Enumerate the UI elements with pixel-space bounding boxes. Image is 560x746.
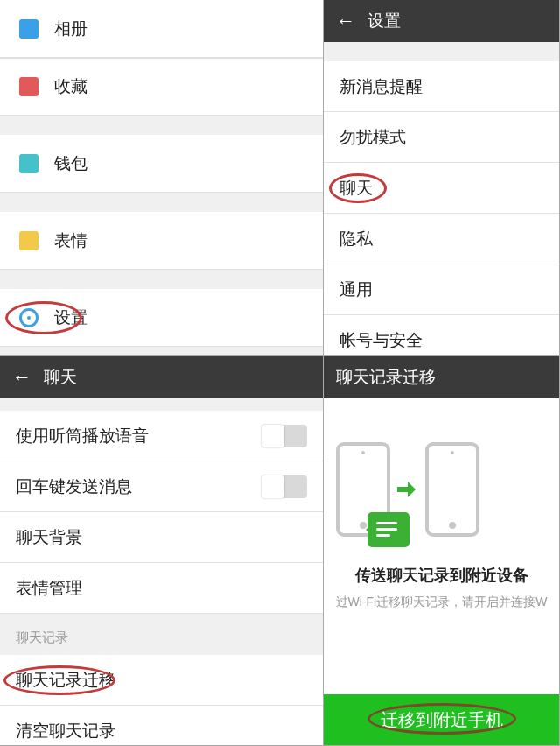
section-label: 聊天记录 <box>0 614 323 655</box>
divider <box>324 42 559 61</box>
back-icon[interactable]: ← <box>336 11 355 31</box>
item-label: 清空聊天记录 <box>16 720 116 742</box>
chat-bubble-icon <box>368 512 410 547</box>
item-label: 通用 <box>340 278 373 301</box>
item-label: 帐号与安全 <box>340 329 423 352</box>
menu-item-wallet[interactable]: 钱包 <box>0 135 323 193</box>
migrate-button[interactable]: 迁移到附近手机 <box>324 694 559 745</box>
item-label: 隐私 <box>340 228 373 250</box>
arrow-right-icon <box>397 479 418 500</box>
album-icon <box>16 18 42 39</box>
header-bar: 聊天记录迁移 <box>324 356 559 398</box>
sticker-icon <box>16 230 42 251</box>
toggle-switch[interactable] <box>262 425 307 447</box>
header-bar: ← 设置 <box>324 0 559 42</box>
toggle-switch[interactable] <box>262 475 307 498</box>
migrate-main-text: 传送聊天记录到附近设备 <box>336 565 548 586</box>
item-label: 勿扰模式 <box>340 126 406 149</box>
menu-label: 设置 <box>54 306 88 329</box>
favorite-icon <box>16 76 42 97</box>
menu-label: 表情 <box>54 229 88 252</box>
divider <box>0 398 323 411</box>
item-label: 新消息提醒 <box>340 75 423 98</box>
menu-item-settings[interactable]: 设置 <box>0 289 323 347</box>
row-chat-background[interactable]: 聊天背景 <box>0 512 323 563</box>
migrate-sub-text: 过Wi-Fi迁移聊天记录，请开启并连接W <box>336 595 548 610</box>
toggle-enter-send[interactable]: 回车键发送消息 <box>0 461 323 512</box>
divider <box>0 193 323 212</box>
panel-chat-settings: ← 聊天 使用听筒播放语音 回车键发送消息 聊天背景 表情管理 聊天记录 聊天记… <box>0 356 324 746</box>
wallet-icon <box>16 153 42 174</box>
row-chat-migrate[interactable]: 聊天记录迁移 <box>0 655 323 706</box>
settings-item-notifications[interactable]: 新消息提醒 <box>324 61 559 112</box>
menu-label: 相册 <box>54 18 88 40</box>
toggle-earpiece[interactable]: 使用听筒播放语音 <box>0 411 323 461</box>
panel-settings: ← 设置 新消息提醒 勿扰模式 聊天 隐私 通用 帐号与安全 <box>324 0 560 356</box>
item-label: 聊天 <box>340 177 373 200</box>
menu-item-album[interactable]: 相册 <box>0 0 323 58</box>
header-title: 聊天记录迁移 <box>336 366 436 389</box>
settings-item-dnd[interactable]: 勿扰模式 <box>324 112 559 163</box>
settings-item-general[interactable]: 通用 <box>324 264 559 315</box>
item-label: 使用听筒播放语音 <box>16 425 149 447</box>
button-label: 迁移到附近手机 <box>381 708 503 732</box>
menu-item-stickers[interactable]: 表情 <box>0 212 323 270</box>
divider <box>0 270 323 289</box>
menu-label: 钱包 <box>54 152 88 175</box>
item-label: 回车键发送消息 <box>16 475 132 498</box>
panel-me-list: 相册 收藏 钱包 表情 设置 <box>0 0 324 356</box>
panel-chat-migrate: 聊天记录迁移 传送聊天记录到附近设备 过Wi-Fi迁移聊天记录，请开启并连接W … <box>324 356 560 746</box>
item-label: 聊天记录迁移 <box>16 669 116 692</box>
settings-icon <box>16 307 42 328</box>
transfer-graphic <box>336 442 548 537</box>
item-label: 聊天背景 <box>16 526 82 549</box>
header-title: 聊天 <box>44 366 77 389</box>
settings-item-account-security[interactable]: 帐号与安全 <box>324 315 559 356</box>
row-sticker-manage[interactable]: 表情管理 <box>0 563 323 614</box>
divider <box>0 116 323 135</box>
back-icon[interactable]: ← <box>12 368 32 387</box>
menu-item-favorites[interactable]: 收藏 <box>0 58 323 116</box>
header-title: 设置 <box>368 10 401 32</box>
header-bar: ← 聊天 <box>0 356 323 398</box>
settings-item-privacy[interactable]: 隐私 <box>324 214 559 264</box>
settings-item-chat[interactable]: 聊天 <box>324 163 559 214</box>
phone-icon <box>425 442 480 537</box>
item-label: 表情管理 <box>16 577 82 600</box>
row-chat-clear[interactable]: 清空聊天记录 <box>0 706 323 746</box>
menu-label: 收藏 <box>54 75 88 98</box>
